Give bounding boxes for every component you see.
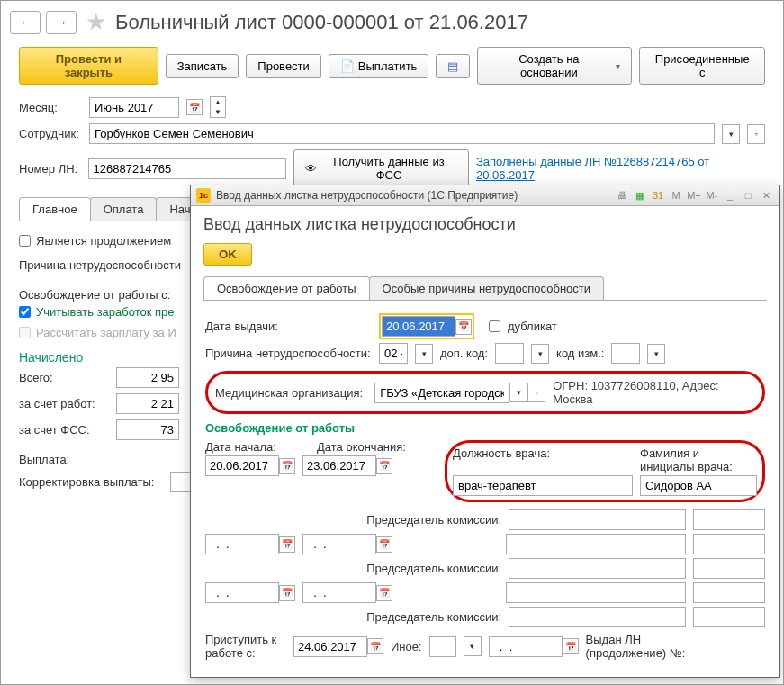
- ln-input[interactable]: [88, 158, 286, 179]
- month-stepper[interactable]: ▲▼: [210, 96, 226, 118]
- chairman-pos-2[interactable]: [509, 558, 686, 579]
- write-button[interactable]: Записать: [166, 54, 239, 78]
- employee-open[interactable]: ▫: [747, 124, 765, 144]
- create-based-button[interactable]: Создать на основании: [477, 47, 632, 85]
- minimize-icon[interactable]: _: [722, 188, 738, 203]
- mminus-icon: M-: [704, 188, 720, 203]
- calendar-icon[interactable]: 📅: [563, 638, 579, 654]
- earnings-label: Учитывать заработок пре: [36, 305, 175, 319]
- chgcode-input[interactable]: [611, 343, 640, 364]
- calendar-icon[interactable]: 📅: [376, 585, 392, 601]
- total-label: Всего:: [19, 371, 109, 384]
- calendar-icon[interactable]: 📅: [279, 458, 295, 474]
- calendar-icon[interactable]: 📅: [367, 638, 383, 654]
- medorg-drop[interactable]: ▾: [509, 383, 527, 402]
- date-icon[interactable]: 31: [650, 188, 666, 203]
- forward-button[interactable]: →: [46, 11, 77, 34]
- row3-pos[interactable]: [506, 582, 686, 603]
- row3-end[interactable]: [302, 582, 376, 603]
- print-icon[interactable]: 🖶: [614, 188, 630, 203]
- get-fss-button[interactable]: 👁Получить данные из ФСС: [293, 149, 469, 187]
- back-button[interactable]: ←: [10, 11, 41, 34]
- row3-name[interactable]: [693, 582, 765, 603]
- chairman-pos-3[interactable]: [509, 607, 686, 627]
- fss-label: за счет ФСС:: [19, 423, 109, 437]
- calc-salary-checkbox: [19, 327, 31, 338]
- duplicate-label: дубликат: [508, 320, 557, 333]
- calendar-icon[interactable]: 📅: [376, 536, 392, 553]
- addcode-input[interactable]: [495, 343, 524, 364]
- calendar-icon[interactable]: 📅: [186, 99, 203, 115]
- attached-button[interactable]: Присоединенные с: [639, 47, 765, 85]
- row2-pos[interactable]: [506, 534, 686, 554]
- other-date[interactable]: [489, 636, 563, 657]
- issue-date-label: Дата выдачи:: [205, 320, 372, 333]
- calendar-icon[interactable]: 📅: [455, 319, 472, 335]
- addcode-drop[interactable]: ▾: [531, 344, 549, 364]
- position-input[interactable]: [453, 475, 633, 496]
- release-heading: Освобождение от работы: [205, 421, 765, 435]
- tab-payment[interactable]: Оплата: [90, 197, 158, 221]
- resume-date-input[interactable]: [293, 636, 367, 657]
- end-date-input[interactable]: [302, 455, 376, 476]
- start-date-input[interactable]: [205, 455, 279, 476]
- calendar-icon[interactable]: 📅: [279, 536, 295, 553]
- chairman-name-3[interactable]: [693, 607, 765, 627]
- employee-input[interactable]: [89, 123, 715, 144]
- app-logo-icon: 1c: [196, 188, 211, 203]
- payout-label: Выплата:: [19, 453, 163, 466]
- calendar-icon[interactable]: 📅: [376, 458, 392, 474]
- m-icon: M: [668, 188, 684, 203]
- calendar-tool-icon[interactable]: ▦: [632, 188, 648, 203]
- star-icon[interactable]: ★: [86, 8, 106, 36]
- employer-label: за счет работ:: [19, 397, 109, 410]
- conduct-close-button[interactable]: Провести и закрыть: [19, 47, 158, 85]
- earnings-checkbox[interactable]: [19, 306, 31, 318]
- modal-tab-reasons[interactable]: Особые причины нетрудоспособности: [369, 276, 604, 300]
- continuation-checkbox[interactable]: [19, 235, 31, 247]
- employee-label: Сотрудник:: [19, 127, 82, 140]
- modal-tab-release[interactable]: Освобождение от работы: [203, 276, 370, 300]
- pay-button[interactable]: 📄Выплатить: [329, 54, 429, 78]
- conduct-button[interactable]: Провести: [246, 54, 321, 78]
- doctor-input[interactable]: [640, 475, 757, 496]
- close-icon[interactable]: ✕: [758, 188, 774, 203]
- row2-start[interactable]: [205, 534, 279, 554]
- correction-label: Корректировка выплаты:: [19, 475, 163, 489]
- chgcode-drop[interactable]: ▾: [647, 344, 665, 364]
- resume-label: Приступить к работе с:: [205, 633, 286, 660]
- employee-dropdown[interactable]: ▾: [722, 124, 740, 144]
- medorg-label: Медицинская организация:: [215, 386, 367, 400]
- total-input[interactable]: [116, 367, 179, 388]
- issued-ln-label: Выдан ЛН (продолжение) №:: [586, 633, 694, 660]
- start-label: Дата начала:: [205, 440, 310, 454]
- reason-label: Причина нетрудоспособности:: [205, 347, 372, 360]
- month-label: Месяц:: [19, 101, 82, 114]
- duplicate-checkbox[interactable]: [489, 320, 500, 332]
- other-drop[interactable]: ▾: [464, 636, 482, 656]
- addcode-label: доп. код:: [440, 347, 488, 360]
- calendar-icon[interactable]: 📅: [279, 585, 295, 601]
- employer-input[interactable]: [116, 393, 179, 414]
- row2-end[interactable]: [302, 534, 376, 554]
- chairman-pos-1[interactable]: [509, 509, 686, 530]
- reason-code-input[interactable]: [379, 343, 408, 364]
- month-input[interactable]: [89, 97, 179, 118]
- ok-button[interactable]: OK: [203, 243, 252, 266]
- chairman-name-2[interactable]: [693, 558, 765, 579]
- reason-drop[interactable]: ▾: [415, 344, 433, 364]
- issue-date-input[interactable]: [382, 316, 455, 337]
- medorg-open[interactable]: ▫: [527, 383, 545, 402]
- row2-name[interactable]: [693, 534, 765, 554]
- fss-input[interactable]: [116, 419, 179, 440]
- medorg-input[interactable]: [374, 383, 509, 403]
- ln-link[interactable]: Заполнены данные ЛН №126887214765 от 20.…: [476, 155, 765, 182]
- chairman-name-1[interactable]: [693, 509, 765, 530]
- other-code-input[interactable]: [429, 636, 456, 657]
- tab-main[interactable]: Главное: [19, 197, 91, 221]
- maximize-icon[interactable]: □: [740, 188, 756, 203]
- list-button[interactable]: ▤: [436, 54, 470, 78]
- page-title: Больничный лист 0000-000001 от 21.06.201…: [115, 11, 528, 34]
- row3-start[interactable]: [205, 582, 279, 603]
- end-label: Дата окончания:: [317, 440, 421, 454]
